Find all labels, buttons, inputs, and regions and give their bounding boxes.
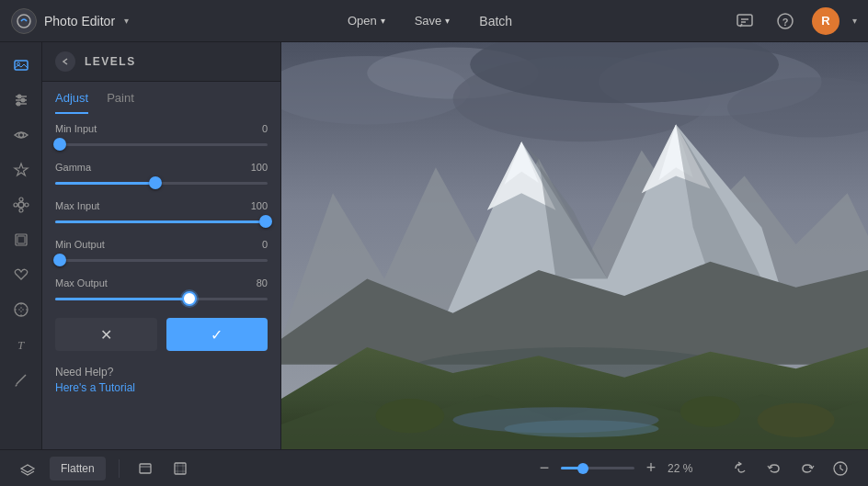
max-input-label: Max Input xyxy=(55,200,99,211)
svg-point-0 xyxy=(17,15,30,28)
flatten-button[interactable]: Flatten xyxy=(50,457,106,480)
max-output-label: Max Output xyxy=(55,277,108,288)
sidebar-item-heart[interactable] xyxy=(6,259,37,290)
slider-gamma: Gamma 100 xyxy=(55,162,268,189)
max-input-value: 100 xyxy=(251,200,268,211)
gamma-label: Gamma xyxy=(55,162,91,173)
help-link[interactable]: Here's a Tutorial xyxy=(55,381,135,394)
svg-point-19 xyxy=(25,203,29,207)
gamma-track[interactable] xyxy=(55,176,268,189)
slider-min-input: Min Input 0 xyxy=(55,123,268,151)
panel-buttons: ✕ ✓ xyxy=(42,314,280,355)
sidebar-item-layers[interactable] xyxy=(6,224,37,255)
main: T LEVELS Adjust Paint xyxy=(0,42,868,449)
user-chevron[interactable]: ▾ xyxy=(852,16,857,26)
min-output-track[interactable] xyxy=(55,254,268,266)
bottom-right xyxy=(728,456,853,481)
sidebar-item-sliders[interactable] xyxy=(6,85,37,116)
svg-point-9 xyxy=(17,95,21,99)
app-chevron: ▾ xyxy=(124,16,129,26)
zoom-controls: − + 22 % xyxy=(533,458,701,480)
bottom-toolbar: Flatten − + 22 % xyxy=(0,449,868,486)
sidebar-item-star[interactable] xyxy=(6,154,37,186)
chat-icon-btn[interactable] xyxy=(731,7,759,35)
panel-tabs: Adjust Paint xyxy=(42,82,280,114)
sidebar-item-text[interactable]: T xyxy=(6,329,37,360)
save-button[interactable]: Save ▾ xyxy=(402,8,463,33)
redo-icon[interactable] xyxy=(794,456,820,481)
app-title: Photo Editor xyxy=(44,14,115,28)
levels-panel: LEVELS Adjust Paint Min Input 0 xyxy=(42,42,281,449)
max-output-value: 80 xyxy=(257,277,268,288)
svg-rect-56 xyxy=(175,463,186,474)
sidebar-item-image[interactable] xyxy=(6,50,37,81)
zoom-out-button[interactable]: − xyxy=(533,458,555,480)
sidebar-item-shape[interactable] xyxy=(6,294,37,325)
svg-rect-25 xyxy=(17,236,25,243)
svg-point-17 xyxy=(19,209,23,212)
max-output-track[interactable] xyxy=(55,292,268,305)
gamma-value: 100 xyxy=(251,162,268,173)
min-input-label: Min Input xyxy=(55,123,97,134)
logo-area: Photo Editor ▾ xyxy=(11,8,129,34)
undo-icon[interactable] xyxy=(761,456,787,481)
layers-bottom-icon[interactable] xyxy=(15,456,40,481)
svg-point-11 xyxy=(20,98,25,103)
landscape-image xyxy=(281,42,868,449)
slider-max-input: Max Input 100 xyxy=(55,200,268,228)
batch-label: Batch xyxy=(479,14,512,28)
tab-adjust[interactable]: Adjust xyxy=(55,91,88,114)
svg-point-18 xyxy=(14,203,17,207)
svg-point-13 xyxy=(16,102,20,107)
help-text: Need Help? xyxy=(55,366,268,379)
svg-text:T: T xyxy=(17,338,25,352)
aspect-ratio-icon[interactable] xyxy=(132,456,158,481)
sidebar-item-brush[interactable] xyxy=(6,364,37,395)
save-chevron: ▾ xyxy=(445,16,450,26)
panel-title: LEVELS xyxy=(85,55,136,68)
svg-point-16 xyxy=(19,198,23,201)
rotate-left-icon[interactable] xyxy=(728,456,754,481)
max-input-track[interactable] xyxy=(55,215,268,228)
help-icon: ? xyxy=(776,12,794,30)
svg-line-28 xyxy=(17,375,26,384)
sidebar-item-nodes[interactable] xyxy=(6,189,37,220)
zoom-value: 22 % xyxy=(668,462,701,475)
save-label: Save xyxy=(415,14,442,28)
help-icon-btn[interactable]: ? xyxy=(771,7,799,35)
svg-point-15 xyxy=(18,202,24,208)
svg-point-14 xyxy=(18,133,23,138)
slider-min-output: Min Output 0 xyxy=(55,239,268,266)
min-output-label: Min Output xyxy=(55,239,105,250)
min-input-track[interactable] xyxy=(55,138,268,151)
left-sidebar: T xyxy=(0,42,42,449)
help-section: Need Help? Here's a Tutorial xyxy=(42,355,280,406)
history-icon[interactable] xyxy=(828,456,853,481)
svg-point-54 xyxy=(758,403,835,437)
zoom-in-button[interactable]: + xyxy=(640,458,662,480)
tab-paint[interactable]: Paint xyxy=(107,91,134,114)
batch-button[interactable]: Batch xyxy=(466,8,525,34)
app-logo xyxy=(11,8,37,34)
svg-point-51 xyxy=(505,420,659,437)
panel-header: LEVELS xyxy=(42,42,280,82)
chat-icon xyxy=(736,12,754,30)
svg-text:?: ? xyxy=(782,17,789,28)
min-output-value: 0 xyxy=(262,239,268,250)
frame-icon[interactable] xyxy=(167,456,193,481)
sidebar-item-eye[interactable] xyxy=(6,119,37,151)
canvas-area xyxy=(281,42,868,449)
header-right: ? R ▾ xyxy=(731,7,857,35)
svg-rect-55 xyxy=(140,464,151,473)
ok-button[interactable]: ✓ xyxy=(166,318,268,351)
svg-point-26 xyxy=(15,303,28,316)
min-input-value: 0 xyxy=(262,123,268,134)
user-avatar[interactable]: R xyxy=(812,7,839,35)
open-button[interactable]: Open ▾ xyxy=(335,8,398,33)
header-center: Open ▾ Save ▾ Batch xyxy=(335,8,525,34)
sliders-section: Min Input 0 Gamma 100 xyxy=(42,114,280,314)
zoom-slider[interactable] xyxy=(561,462,634,475)
cancel-button[interactable]: ✕ xyxy=(55,318,157,351)
back-button[interactable] xyxy=(55,51,75,72)
svg-rect-6 xyxy=(15,61,28,70)
